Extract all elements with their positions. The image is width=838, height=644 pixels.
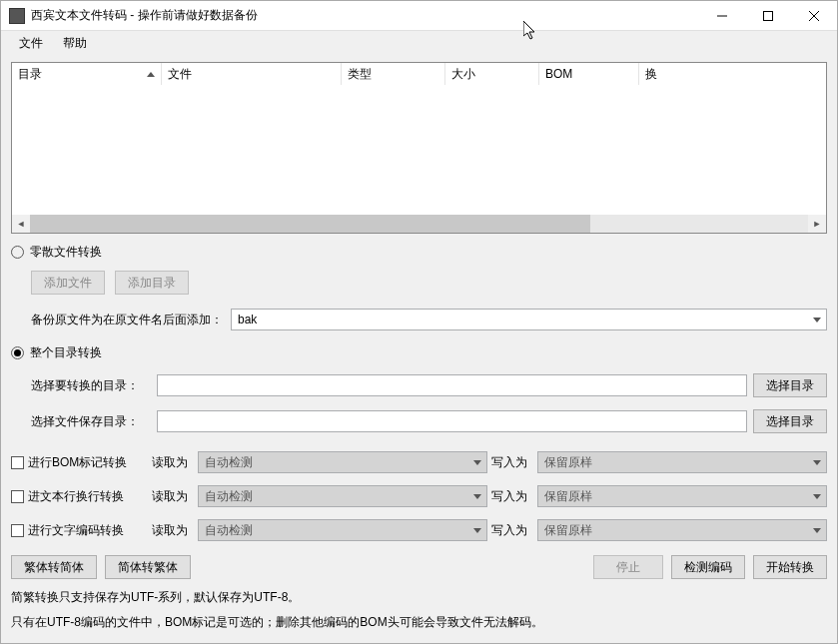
simp-to-trad-button[interactable]: 简体转繁体 xyxy=(105,555,191,579)
save-dir-input[interactable] xyxy=(157,410,747,432)
line-checkbox[interactable] xyxy=(11,490,24,503)
chevron-down-icon[interactable] xyxy=(468,486,486,506)
encoding-write-combo[interactable]: 保留原样 xyxy=(537,519,827,541)
trad-to-simp-button[interactable]: 繁体转简体 xyxy=(11,555,97,579)
line-read-combo[interactable]: 自动检测 xyxy=(198,485,487,507)
file-table: 目录 文件 类型 大小 BOM 换 ◄ ► xyxy=(11,62,827,234)
choose-save-dir-button[interactable]: 选择目录 xyxy=(753,409,827,433)
menu-file[interactable]: 文件 xyxy=(9,31,53,56)
save-dir-label: 选择文件保存目录： xyxy=(31,413,151,430)
encoding-read-combo[interactable]: 自动检测 xyxy=(198,519,487,541)
detect-button[interactable]: 检测编码 xyxy=(671,555,745,579)
line-read-label: 读取为 xyxy=(152,488,194,505)
encoding-checkbox[interactable] xyxy=(11,524,24,537)
bom-read-label: 读取为 xyxy=(152,454,194,471)
line-write-combo[interactable]: 保留原样 xyxy=(537,485,827,507)
mode-whole-dir-label: 整个目录转换 xyxy=(30,344,102,361)
col-size[interactable]: 大小 xyxy=(445,63,539,85)
svg-rect-1 xyxy=(764,11,773,20)
backup-suffix-value: bak xyxy=(238,313,257,326)
app-icon xyxy=(9,8,25,24)
col-line[interactable]: 换 xyxy=(639,63,826,85)
radio-single-files[interactable] xyxy=(11,246,24,259)
radio-whole-dir[interactable] xyxy=(11,346,24,359)
maximize-button[interactable] xyxy=(745,1,791,31)
menubar: 文件 帮助 xyxy=(1,31,837,56)
titlebar: 西宾文本文件转码 - 操作前请做好数据备份 xyxy=(1,1,837,31)
mode-single-files[interactable]: 零散文件转换 xyxy=(11,234,827,267)
stop-button[interactable]: 停止 xyxy=(593,555,663,579)
hscroll-thumb[interactable] xyxy=(30,215,590,233)
close-button[interactable] xyxy=(791,1,837,31)
start-button[interactable]: 开始转换 xyxy=(753,555,827,579)
col-type[interactable]: 类型 xyxy=(342,63,445,85)
bom-checkbox[interactable] xyxy=(11,456,24,469)
col-bom[interactable]: BOM xyxy=(539,63,639,85)
choose-source-dir-button[interactable]: 选择目录 xyxy=(753,373,827,397)
window-title: 西宾文本文件转码 - 操作前请做好数据备份 xyxy=(31,7,699,24)
mode-single-files-label: 零散文件转换 xyxy=(30,244,102,261)
bom-write-combo[interactable]: 保留原样 xyxy=(537,451,827,473)
menu-help[interactable]: 帮助 xyxy=(53,31,97,56)
col-dir[interactable]: 目录 xyxy=(12,63,162,85)
chevron-down-icon[interactable] xyxy=(468,520,486,540)
backup-suffix-combo[interactable]: bak xyxy=(231,309,827,330)
hint-utf: 简繁转换只支持保存为UTF-系列，默认保存为UTF-8。 xyxy=(11,583,827,608)
hscroll[interactable]: ◄ ► xyxy=(12,215,826,233)
col-file[interactable]: 文件 xyxy=(162,63,342,85)
chevron-down-icon[interactable] xyxy=(808,486,826,506)
mode-whole-dir[interactable]: 整个目录转换 xyxy=(11,334,827,367)
source-dir-label: 选择要转换的目录： xyxy=(31,377,151,394)
encoding-write-label: 写入为 xyxy=(491,522,533,539)
bom-write-label: 写入为 xyxy=(491,454,533,471)
add-dir-button[interactable]: 添加目录 xyxy=(115,271,189,295)
chevron-down-icon[interactable] xyxy=(808,452,826,472)
encoding-read-label: 读取为 xyxy=(152,522,194,539)
backup-label: 备份原文件为在原文件名后面添加： xyxy=(31,312,223,328)
line-write-label: 写入为 xyxy=(491,488,533,505)
encoding-option-label: 进行文字编码转换 xyxy=(28,522,148,539)
chevron-down-icon[interactable] xyxy=(468,452,486,472)
bom-read-combo[interactable]: 自动检测 xyxy=(198,451,487,473)
scroll-left-icon[interactable]: ◄ xyxy=(12,215,30,233)
chevron-down-icon[interactable] xyxy=(808,520,826,540)
hint-bom: 只有在UTF-8编码的文件中，BOM标记是可选的；删除其他编码的BOM头可能会导… xyxy=(11,608,827,633)
line-option-label: 进文本行换行转换 xyxy=(28,488,148,505)
source-dir-input[interactable] xyxy=(157,374,747,396)
add-file-button[interactable]: 添加文件 xyxy=(31,271,105,295)
scroll-right-icon[interactable]: ► xyxy=(808,215,826,233)
table-body xyxy=(12,85,826,215)
bom-option-label: 进行BOM标记转换 xyxy=(28,454,148,471)
minimize-button[interactable] xyxy=(699,1,745,31)
chevron-down-icon[interactable] xyxy=(808,310,826,329)
